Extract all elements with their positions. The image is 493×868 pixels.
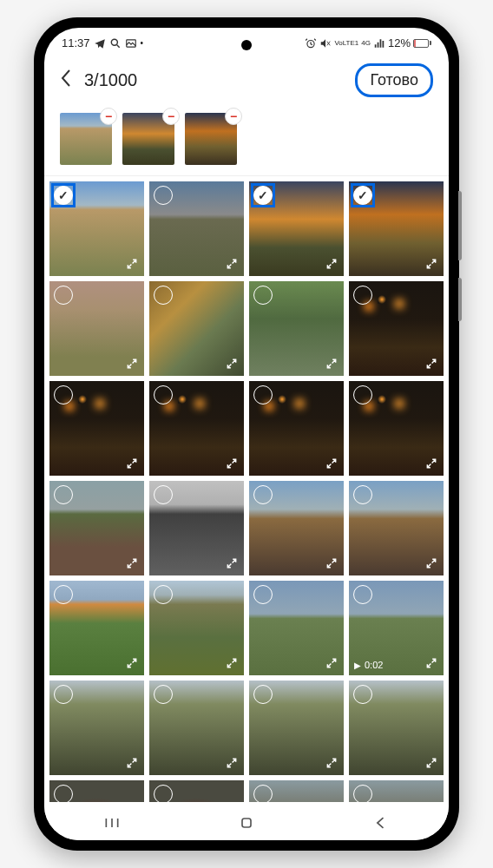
selection-circle-icon[interactable]: [253, 485, 273, 504]
photo-cell[interactable]: [49, 581, 144, 675]
selection-circle-icon[interactable]: [54, 286, 73, 305]
selection-circle-icon[interactable]: [353, 485, 372, 504]
android-nav-bar: [44, 802, 449, 840]
selection-circle-icon[interactable]: [253, 286, 273, 305]
expand-icon[interactable]: [325, 556, 339, 570]
image-icon: [125, 37, 137, 49]
expand-icon[interactable]: [225, 457, 239, 470]
expand-icon[interactable]: [125, 357, 139, 371]
photo-cell[interactable]: [349, 780, 444, 802]
selection-circle-icon[interactable]: [154, 286, 173, 305]
photo-cell[interactable]: [249, 780, 344, 802]
checkmark-selected-icon[interactable]: [353, 186, 372, 205]
selection-circle-icon[interactable]: [154, 385, 173, 404]
expand-icon[interactable]: [424, 257, 438, 271]
photo-cell[interactable]: [149, 681, 244, 775]
selection-circle-icon[interactable]: [353, 286, 372, 305]
selection-circle-icon[interactable]: [253, 385, 273, 404]
photo-cell[interactable]: ▶0:02: [349, 581, 444, 675]
photo-cell[interactable]: [349, 681, 444, 775]
photo-cell[interactable]: [349, 281, 444, 376]
expand-icon[interactable]: [424, 556, 438, 570]
back-nav-button[interactable]: [372, 814, 390, 832]
selection-circle-icon[interactable]: [154, 585, 173, 604]
selection-circle-icon[interactable]: [353, 685, 372, 704]
selection-circle-icon[interactable]: [154, 485, 173, 504]
back-button[interactable]: [60, 69, 72, 93]
expand-icon[interactable]: [125, 656, 139, 670]
expand-icon[interactable]: [424, 656, 438, 670]
expand-icon[interactable]: [424, 756, 438, 770]
phone-side-button: [458, 278, 462, 321]
expand-icon[interactable]: [225, 556, 239, 570]
remove-icon[interactable]: −: [225, 108, 242, 125]
photo-cell[interactable]: [49, 181, 144, 276]
selection-circle-icon[interactable]: [253, 585, 273, 604]
selected-thumbnail[interactable]: −: [122, 113, 174, 165]
selection-circle-icon[interactable]: [353, 385, 372, 404]
photo-cell[interactable]: [49, 381, 144, 476]
selection-circle-icon[interactable]: [353, 585, 372, 604]
photo-cell[interactable]: [349, 381, 444, 476]
selection-circle-icon[interactable]: [54, 685, 73, 704]
photo-cell[interactable]: [49, 281, 144, 376]
photo-cell[interactable]: [49, 780, 144, 802]
remove-icon[interactable]: −: [162, 108, 180, 125]
done-button[interactable]: Готово: [355, 63, 433, 97]
expand-icon[interactable]: [325, 357, 339, 371]
selection-circle-icon[interactable]: [54, 385, 73, 404]
checkmark-selected-icon[interactable]: [253, 186, 273, 205]
expand-icon[interactable]: [225, 257, 239, 271]
selection-circle-icon[interactable]: [154, 685, 173, 704]
expand-icon[interactable]: [325, 257, 339, 271]
photo-cell[interactable]: [149, 581, 244, 675]
network-type: 4G: [361, 40, 371, 47]
photo-cell[interactable]: [149, 780, 244, 802]
photo-cell[interactable]: [49, 481, 144, 575]
selection-circle-icon[interactable]: [154, 186, 173, 205]
expand-icon[interactable]: [125, 457, 139, 470]
expand-icon[interactable]: [325, 756, 339, 770]
expand-icon[interactable]: [225, 756, 239, 770]
photo-grid-scroll[interactable]: ▶0:02: [44, 175, 449, 802]
expand-icon[interactable]: [424, 457, 438, 470]
photo-cell[interactable]: [249, 481, 344, 575]
expand-icon[interactable]: [225, 656, 239, 670]
selection-circle-icon[interactable]: [54, 585, 73, 604]
photo-cell[interactable]: [149, 481, 244, 575]
selected-thumbnail[interactable]: −: [185, 113, 237, 165]
selection-circle-icon[interactable]: [154, 785, 173, 802]
photo-cell[interactable]: [149, 381, 244, 476]
app-header: 3/1000 Готово: [44, 53, 449, 108]
photo-cell[interactable]: [249, 381, 344, 476]
photo-cell[interactable]: [249, 281, 344, 376]
expand-icon[interactable]: [225, 357, 239, 371]
selection-circle-icon[interactable]: [54, 485, 73, 504]
checkmark-selected-icon[interactable]: [54, 186, 73, 205]
selection-circle-icon[interactable]: [253, 685, 273, 704]
battery-percent: 12%: [388, 36, 411, 49]
camera-notch: [241, 40, 252, 50]
expand-icon[interactable]: [325, 656, 339, 670]
selection-circle-icon[interactable]: [353, 785, 372, 802]
home-button[interactable]: [238, 814, 255, 832]
expand-icon[interactable]: [424, 357, 438, 371]
photo-cell[interactable]: [49, 681, 144, 775]
selected-thumbnail[interactable]: −: [60, 113, 112, 165]
photo-cell[interactable]: [149, 281, 244, 376]
photo-cell[interactable]: [349, 181, 444, 276]
recents-button[interactable]: [103, 814, 121, 832]
photo-cell[interactable]: [149, 181, 244, 276]
expand-icon[interactable]: [325, 457, 339, 470]
remove-icon[interactable]: −: [100, 108, 117, 125]
expand-icon[interactable]: [125, 257, 139, 271]
selection-circle-icon[interactable]: [253, 785, 273, 802]
signal-icon: [373, 37, 385, 49]
expand-icon[interactable]: [125, 756, 139, 770]
selection-circle-icon[interactable]: [54, 785, 73, 802]
photo-cell[interactable]: [349, 481, 444, 575]
photo-cell[interactable]: [249, 181, 344, 276]
expand-icon[interactable]: [125, 556, 139, 570]
photo-cell[interactable]: [249, 681, 344, 775]
photo-cell[interactable]: [249, 581, 344, 675]
